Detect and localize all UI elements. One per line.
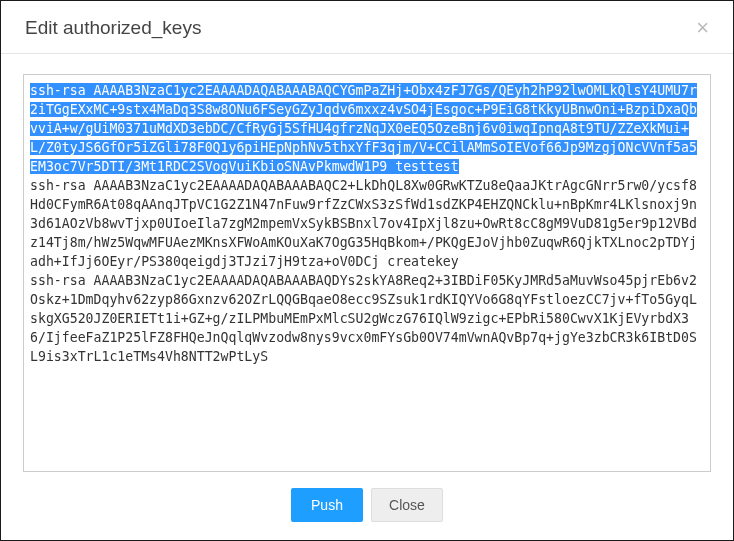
dialog-title: Edit authorized_keys <box>25 17 201 39</box>
selected-key-text: ssh-rsa AAAAB3NzaC1yc2EAAAADAQABAAABAQCY… <box>30 83 697 174</box>
close-icon[interactable]: × <box>692 15 713 41</box>
remaining-keys-text: ssh-rsa AAAAB3NzaC1yc2EAAAADAQABAAABAQC2… <box>30 178 697 364</box>
authorized-keys-textarea[interactable]: ssh-rsa AAAAB3NzaC1yc2EAAAADAQABAAABAQCY… <box>24 75 710 471</box>
authorized-keys-field-wrap: ssh-rsa AAAAB3NzaC1yc2EAAAADAQABAAABAQCY… <box>23 74 711 472</box>
dialog-footer: Push Close <box>1 472 733 540</box>
push-button[interactable]: Push <box>291 488 363 522</box>
dialog-header: Edit authorized_keys × <box>1 1 733 54</box>
edit-authorized-keys-dialog: Edit authorized_keys × ssh-rsa AAAAB3Nza… <box>0 0 734 541</box>
close-button[interactable]: Close <box>371 488 443 522</box>
